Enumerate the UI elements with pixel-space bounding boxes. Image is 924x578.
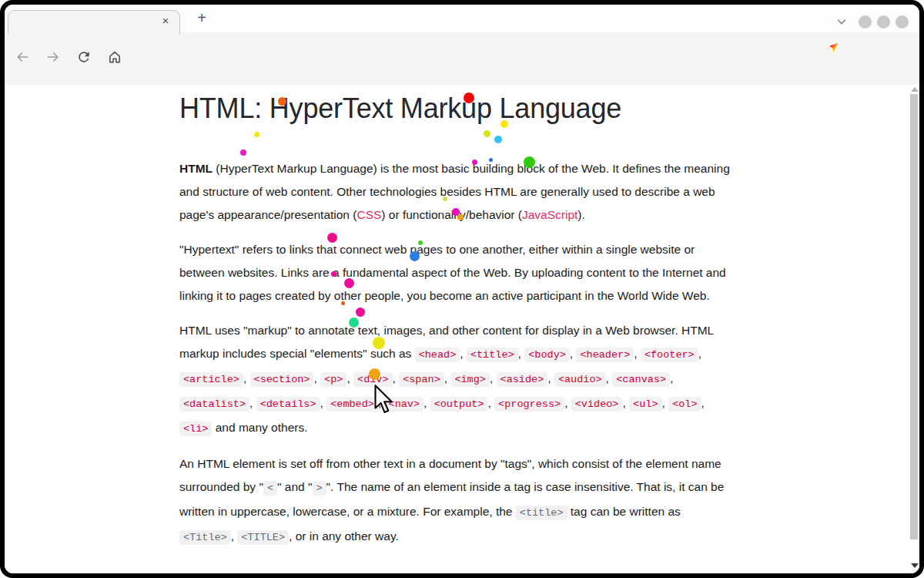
inline-code: <Title> [179,530,231,545]
color-dot [254,132,259,137]
text-run: , [346,371,353,385]
window-controls [859,15,909,29]
element-code-link[interactable]: <ol> [668,397,701,412]
element-code-link[interactable]: <img> [450,372,490,387]
element-code-link[interactable]: <details> [256,397,320,412]
element-code-link[interactable]: <header> [576,348,634,362]
element-code-link[interactable]: <canvas> [612,372,670,387]
text-run: , [662,396,669,409]
scroll-down-arrow[interactable] [911,563,919,568]
text-run: , [698,347,701,360]
tab-close-icon[interactable]: × [158,13,173,29]
text-run: , [606,371,613,385]
text-run: , [634,347,641,360]
color-dot [278,97,286,106]
forward-arrow-icon[interactable] [42,45,65,69]
color-dot [457,214,464,220]
home-icon[interactable] [103,45,126,69]
article: HTML: HyperText Markup Language HTML (Hy… [179,91,735,561]
scrollbar-thumb[interactable] [910,94,918,539]
text-run: , [564,396,571,409]
color-dot [341,301,345,305]
element-code-link[interactable]: <span> [399,372,444,387]
text-run: , [547,371,554,385]
text-run: , [243,371,250,385]
element-code-link[interactable]: <aside> [497,372,548,387]
color-dot [373,337,385,349]
text-run: , [393,371,400,385]
text-run: , or in any other way. [289,529,399,543]
element-code-link[interactable]: <article> [179,372,243,387]
color-dot [464,92,474,103]
inline-code: <title> [516,506,567,520]
text-run: , [670,371,673,385]
browser-tab[interactable]: × [8,10,180,34]
rainbow-cursor-icon [828,42,839,54]
color-dot [240,150,246,156]
element-code-link[interactable]: <ul> [629,397,661,412]
color-dot [410,251,420,261]
window-control-dot[interactable] [877,15,890,29]
text-run: , [313,371,320,385]
element-code-link[interactable]: <li> [179,422,212,436]
element-code-link[interactable]: <datalist> [179,397,249,412]
text-run: , [701,396,705,409]
new-tab-button[interactable]: + [192,9,211,28]
browser-window: × + [5,5,919,573]
element-code-link[interactable]: <progress> [494,397,564,412]
window-control-dot[interactable] [859,15,872,29]
color-dot [494,136,502,143]
color-dot [327,233,337,243]
tab-strip: × + [5,5,919,33]
color-dot [524,156,535,168]
color-dot [484,130,490,137]
scroll-up-arrow[interactable] [911,87,919,92]
chevron-down-icon[interactable] [835,15,849,29]
page-content: HTML: HyperText Markup Language HTML (Hy… [5,85,919,573]
color-dot [443,197,447,201]
text-run: , [460,347,467,360]
element-code-link[interactable]: <audio> [554,372,606,387]
text-run: HTML [179,162,213,175]
text-run: , [320,396,327,409]
color-dot [418,240,423,245]
color-dot [472,160,477,165]
paragraph: An HTML element is set off from other te… [179,452,735,549]
element-code-link[interactable]: <title> [467,348,518,362]
browser-toolbar [5,32,919,85]
text-run: , [249,396,256,409]
page-title: HTML: HyperText Markup Language [179,91,735,126]
element-code-link[interactable]: <p> [320,372,346,387]
color-dot [500,120,508,128]
element-code-link[interactable]: <embed> [326,397,378,412]
inline-link[interactable]: CSS [357,208,381,221]
text-run: " and " [277,480,312,493]
text-run: , [518,347,525,360]
mouse-cursor [374,385,394,417]
color-dot [356,307,365,317]
element-code-link[interactable]: <section> [250,372,314,387]
text-run: and many others. [212,421,307,434]
text-run: tag can be written as [567,505,681,518]
window-control-dot[interactable] [896,15,909,29]
screenshot-stage: × + [0,0,924,578]
text-run: , [490,371,497,385]
inline-link[interactable]: JavaScript [522,208,578,221]
reload-icon[interactable] [72,45,95,69]
element-code-link[interactable]: <footer> [641,348,698,362]
element-code-link[interactable]: <video> [571,397,623,412]
color-dot [349,318,359,328]
vertical-scrollbar[interactable] [909,85,919,573]
text-run: , [622,396,629,409]
paragraph: "Hypertext" refers to links that connect… [179,238,735,307]
text-run: , [424,396,430,409]
inline-code: > [313,481,326,496]
back-arrow-icon[interactable] [11,45,34,69]
color-dot [331,271,336,277]
inline-code: < [263,481,277,496]
element-code-link[interactable]: <output> [430,397,488,412]
paragraph: HTML uses "markup" to annotate text, ima… [179,319,735,441]
element-code-link[interactable]: <body> [524,348,570,362]
text-run: "Hypertext" refers to links that connect… [179,243,726,302]
element-code-link[interactable]: <head> [415,348,460,362]
